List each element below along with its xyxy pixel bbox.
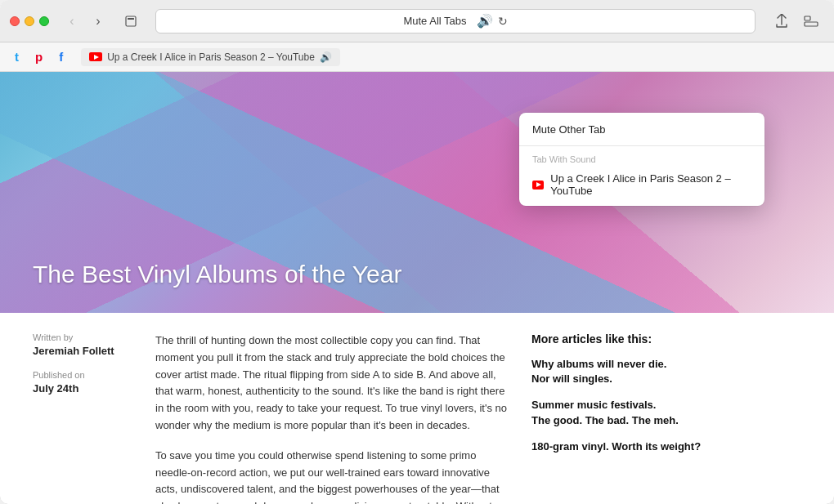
article-sidebar: More articles like this: Why albums will… bbox=[531, 332, 701, 504]
refresh-icon[interactable]: ↻ bbox=[498, 15, 508, 28]
nav-buttons: ‹ › bbox=[61, 10, 110, 33]
sound-icon: 🔊 bbox=[477, 13, 493, 29]
bookmark-pinterest[interactable]: p bbox=[30, 47, 47, 66]
close-button[interactable] bbox=[10, 16, 20, 26]
new-tab-button[interactable] bbox=[798, 8, 824, 34]
twitter-icon: t bbox=[15, 50, 19, 64]
back-button[interactable]: ‹ bbox=[61, 10, 83, 33]
maximize-button[interactable] bbox=[39, 16, 49, 26]
svg-rect-0 bbox=[126, 16, 136, 26]
sidebar-article-1[interactable]: Why albums will never die.Nor will singl… bbox=[531, 357, 701, 386]
svg-rect-1 bbox=[128, 18, 134, 20]
tab-with-sound-header: Tab With Sound bbox=[519, 149, 764, 167]
publish-date: July 24th bbox=[33, 382, 131, 395]
facebook-icon: f bbox=[59, 50, 63, 64]
bookmark-facebook[interactable]: f bbox=[54, 47, 68, 66]
hero-title: The Best Vinyl Albums of the Year bbox=[33, 261, 401, 288]
tab-title: Up a Creek I Alice in Paris Season 2 – Y… bbox=[107, 51, 315, 63]
tab-sound-icon: 🔊 bbox=[320, 51, 332, 63]
active-tab[interactable]: Up a Creek I Alice in Paris Season 2 – Y… bbox=[81, 48, 340, 66]
dropdown-tab-label: Up a Creek I Alice in Paris Season 2 – Y… bbox=[550, 172, 751, 197]
article-paragraph-1: The thrill of hunting down the most coll… bbox=[155, 332, 507, 435]
author-name: Jeremiah Follett bbox=[33, 345, 131, 357]
browser-window: ‹ › Mute All Tabs 🔊 ↻ bbox=[0, 0, 834, 504]
url-text: Mute All Tabs bbox=[403, 15, 466, 27]
url-bar[interactable]: Mute All Tabs 🔊 ↻ bbox=[155, 9, 756, 33]
url-bar-icons: 🔊 ↻ bbox=[477, 13, 508, 29]
article-text: The thrill of hunting down the most coll… bbox=[155, 332, 507, 504]
youtube-play-icon bbox=[94, 55, 99, 60]
bookmark-twitter[interactable]: t bbox=[10, 47, 24, 66]
sidebar-article-3[interactable]: 180-gram vinyl. Worth its weight? bbox=[531, 439, 701, 454]
article-meta: Written by Jeremiah Follett Published on… bbox=[33, 332, 131, 504]
article-body: Written by Jeremiah Follett Published on… bbox=[0, 313, 834, 504]
tab-overview-button[interactable] bbox=[119, 10, 142, 33]
dropdown-menu: Mute Other Tab Tab With Sound Up a Creek… bbox=[519, 113, 764, 206]
traffic-lights bbox=[10, 16, 49, 26]
minimize-button[interactable] bbox=[25, 16, 34, 26]
sidebar-article-2[interactable]: Summer music festivals.The good. The bad… bbox=[531, 398, 701, 427]
dropdown-youtube-icon bbox=[532, 181, 544, 190]
dropdown-youtube-play-icon bbox=[536, 182, 541, 187]
titlebar: ‹ › Mute All Tabs 🔊 ↻ bbox=[0, 0, 834, 42]
forward-button[interactable]: › bbox=[87, 10, 110, 33]
url-actions bbox=[769, 8, 824, 34]
menu-separator bbox=[519, 145, 764, 146]
mute-other-tab-item[interactable]: Mute Other Tab bbox=[519, 117, 764, 142]
youtube-icon bbox=[89, 52, 102, 61]
mute-other-tab-label: Mute Other Tab bbox=[532, 123, 605, 136]
svg-rect-2 bbox=[805, 16, 810, 20]
sidebar-title: More articles like this: bbox=[531, 332, 701, 346]
written-by-label: Written by bbox=[33, 332, 131, 342]
share-button[interactable] bbox=[769, 8, 795, 34]
bookmarks-bar: t p f Up a Creek I Alice in Paris Season… bbox=[0, 42, 834, 72]
dropdown-tab-item[interactable]: Up a Creek I Alice in Paris Season 2 – Y… bbox=[519, 167, 764, 202]
svg-rect-3 bbox=[805, 22, 818, 26]
pinterest-icon: p bbox=[35, 50, 43, 64]
content-area: The Best Vinyl Albums of the Year Writte… bbox=[0, 72, 834, 504]
article-paragraph-2: To save you time you could otherwise spe… bbox=[155, 448, 507, 504]
published-on-label: Published on bbox=[33, 370, 131, 380]
